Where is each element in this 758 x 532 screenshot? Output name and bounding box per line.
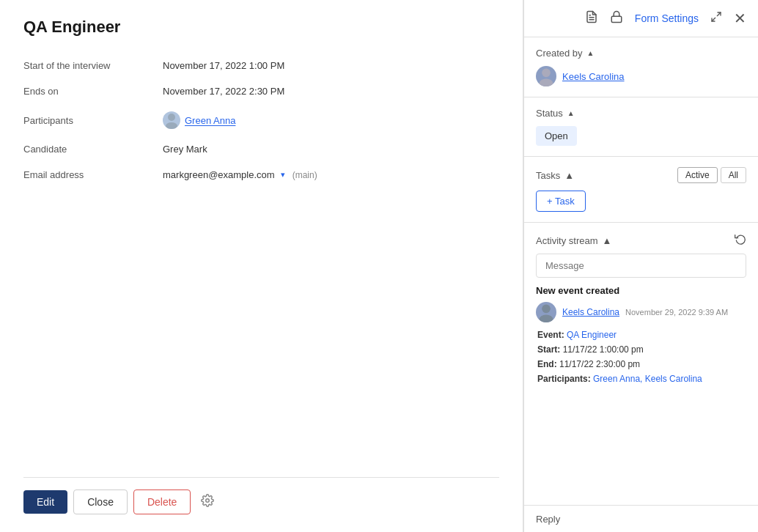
field-value-candidate: Grey Mark — [163, 144, 207, 155]
event-end-value: 11/17/22 2:30:00 pm — [559, 359, 640, 369]
svg-point-8 — [542, 69, 551, 78]
tasks-chevron: ▲ — [564, 170, 574, 181]
tasks-section: Tasks ▲ Active All + Task — [524, 157, 758, 223]
tasks-label: Tasks — [536, 170, 560, 181]
activity-feed: New event created Keels Carolina Novembe… — [524, 285, 758, 505]
field-label-start: Start of the interview — [23, 60, 163, 71]
field-row-participants: Participants Green Anna — [23, 111, 499, 129]
reply-bar: Reply — [524, 505, 758, 532]
event-event-label: Event: — [537, 330, 564, 340]
svg-point-10 — [542, 305, 551, 314]
close-icon-button[interactable]: ✕ — [734, 10, 746, 27]
svg-point-2 — [206, 498, 210, 502]
event-detail-event: Event: QA Engineer — [536, 330, 746, 340]
email-main-label: (main) — [292, 170, 317, 180]
gear-button[interactable] — [196, 491, 218, 514]
svg-line-7 — [712, 18, 715, 21]
field-value-email: markgreen@example.com ▾ (main) — [163, 169, 317, 180]
status-header[interactable]: Status ▲ — [536, 108, 746, 119]
event-author-avatar — [536, 302, 556, 322]
event-end-label: End: — [537, 359, 557, 369]
left-panel: QA Engineer Start of the interview Novem… — [0, 0, 523, 532]
refresh-button[interactable] — [735, 233, 746, 248]
event-start-value: 11/17/22 1:00:00 pm — [563, 344, 644, 355]
status-section: Status ▲ Open — [524, 97, 758, 157]
svg-line-6 — [717, 12, 721, 16]
activity-chevron: ▲ — [603, 235, 612, 246]
reply-label[interactable]: Reply — [536, 514, 560, 525]
tasks-title-row[interactable]: Tasks ▲ — [536, 170, 574, 181]
message-input[interactable] — [536, 254, 746, 278]
creator-row: Keels Carolina — [536, 66, 746, 86]
status-label: Status — [536, 108, 563, 119]
page-title: QA Engineer — [23, 18, 499, 37]
edit-button[interactable]: Edit — [23, 490, 67, 514]
participant-avatar — [163, 111, 180, 129]
svg-point-9 — [540, 79, 553, 87]
field-value-ends: November 17, 2022 2:30 PM — [163, 86, 284, 97]
tasks-active-tab[interactable]: Active — [677, 167, 718, 183]
created-by-section: Created by ▲ Keels Carolina — [524, 37, 758, 97]
event-event-value[interactable]: QA Engineer — [567, 330, 617, 340]
field-label-ends: Ends on — [23, 86, 163, 97]
event-detail-start: Start: 11/17/22 1:00:00 pm — [536, 344, 746, 355]
activity-title[interactable]: Activity stream ▲ — [536, 235, 611, 246]
right-panel: Form Settings ✕ Created by ▲ — [523, 0, 758, 532]
tasks-tab-buttons: Active All — [677, 167, 746, 183]
event-start-label: Start: — [537, 344, 560, 355]
add-task-button[interactable]: + Task — [536, 191, 586, 212]
svg-point-0 — [168, 114, 175, 121]
created-by-label: Created by — [536, 48, 583, 59]
event-title: New event created — [536, 285, 746, 296]
close-button[interactable]: Close — [73, 489, 128, 514]
bottom-bar: Edit Close Delete — [23, 477, 499, 514]
participant-link[interactable]: Green Anna — [185, 115, 235, 126]
event-author-name[interactable]: Keels Carolina — [562, 307, 619, 317]
svg-point-11 — [540, 315, 553, 323]
activity-section: Activity stream ▲ New event created — [524, 223, 758, 532]
field-value-participants: Green Anna — [163, 111, 235, 129]
svg-point-1 — [166, 122, 177, 129]
event-detail-end: End: 11/17/22 2:30:00 pm — [536, 359, 746, 369]
expand-icon-button[interactable] — [709, 10, 724, 27]
activity-label: Activity stream — [536, 235, 598, 246]
svg-rect-5 — [611, 16, 622, 22]
event-participants-value[interactable]: Green Anna, Keels Carolina — [593, 374, 702, 384]
field-label-email: Email address — [23, 169, 163, 180]
email-address: markgreen@example.com — [163, 169, 275, 180]
header-icons — [584, 9, 625, 28]
activity-header-row: Activity stream ▲ — [524, 223, 758, 254]
creator-avatar — [536, 66, 556, 86]
event-meta: Keels Carolina November 29, 2022 9:39 AM — [536, 302, 746, 322]
email-chevron-icon[interactable]: ▾ — [281, 170, 285, 180]
field-value-start: November 17, 2022 1:00 PM — [163, 60, 284, 71]
created-by-chevron: ▲ — [587, 49, 595, 57]
status-chevron: ▲ — [567, 109, 575, 117]
event-author-time: November 29, 2022 9:39 AM — [625, 308, 728, 317]
delete-button[interactable]: Delete — [133, 489, 191, 514]
event-detail-participants: Participants: Green Anna, Keels Carolina — [536, 374, 746, 384]
field-row-start: Start of the interview November 17, 2022… — [23, 60, 499, 71]
tasks-header: Tasks ▲ Active All — [536, 167, 746, 183]
doc-icon-button[interactable] — [584, 9, 600, 28]
field-label-participants: Participants — [23, 115, 163, 126]
main-layout: QA Engineer Start of the interview Novem… — [0, 0, 758, 532]
field-row-ends: Ends on November 17, 2022 2:30 PM — [23, 86, 499, 97]
event-participants-label: Participants: — [537, 374, 591, 384]
form-settings-link[interactable]: Form Settings — [635, 12, 699, 24]
creator-name-link[interactable]: Keels Carolina — [562, 71, 625, 82]
field-row-email: Email address markgreen@example.com ▾ (m… — [23, 169, 499, 180]
status-value[interactable]: Open — [536, 126, 577, 146]
field-row-candidate: Candidate Grey Mark — [23, 144, 499, 155]
right-header: Form Settings ✕ — [524, 0, 758, 37]
created-by-header[interactable]: Created by ▲ — [536, 48, 746, 59]
field-label-candidate: Candidate — [23, 144, 163, 155]
tasks-all-tab[interactable]: All — [721, 167, 746, 183]
lock-icon-button[interactable] — [608, 9, 625, 28]
